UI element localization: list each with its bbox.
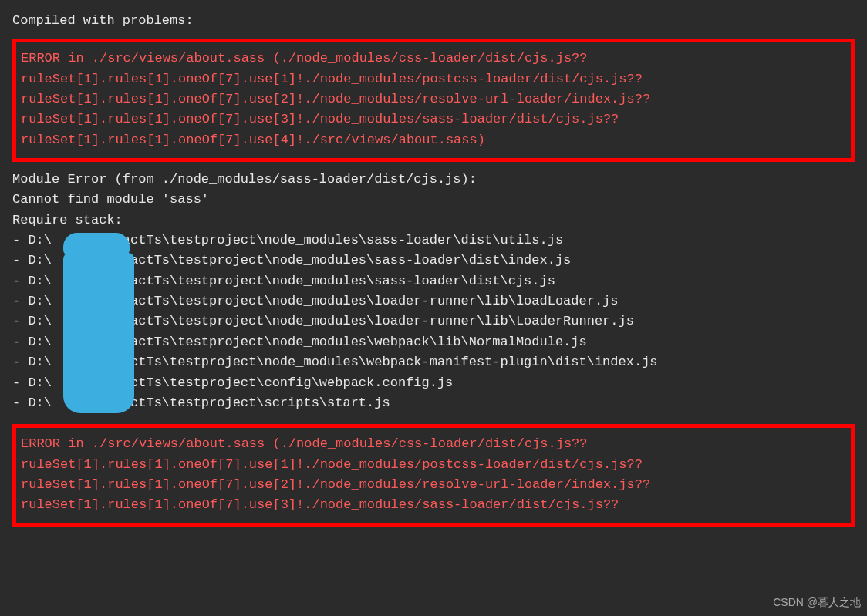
stack-line: - D:\ \ReactTs\testproject\node_modules\… <box>12 311 855 332</box>
module-error-message: Cannot find module 'sass' <box>12 190 855 210</box>
compile-header: Compiled with problems: <box>12 11 855 31</box>
error-line: ruleSet[1].rules[1].oneOf[7].use[3]!./no… <box>21 495 846 515</box>
error-block-2: ERROR in ./src/views/about.sass (./node_… <box>12 424 855 527</box>
csdn-watermark: CSDN @暮人之地 <box>773 594 861 611</box>
error-line: ERROR in ./src/views/about.sass (./node_… <box>21 49 846 69</box>
stack-line: - D:\ \ReactTs\testproject\config\webpac… <box>12 373 855 393</box>
module-error-header: Module Error (from ./node_modules/sass-l… <box>12 170 855 190</box>
error-line: ruleSet[1].rules[1].oneOf[7].use[2]!./no… <box>21 89 846 109</box>
stack-line: - D:\ \ReactTs\testproject\node_modules\… <box>12 251 855 271</box>
stack-line: - D:\ \ReactTs\testproject\scripts\start… <box>12 393 855 413</box>
stack-line: - D:\ \ReactTs\testproject\node_modules\… <box>12 332 855 352</box>
stack-line: - D:\ ReactTs\testproject\node_modules\s… <box>12 231 855 251</box>
error-line: ruleSet[1].rules[1].oneOf[7].use[3]!./no… <box>21 109 846 130</box>
error-block-1: ERROR in ./src/views/about.sass (./node_… <box>12 39 855 162</box>
require-stack-header: Require stack: <box>12 210 855 231</box>
stack-line: - D:\ \ReactTs\testproject\node_modules\… <box>12 271 855 291</box>
error-line: ERROR in ./src/views/about.sass (./node_… <box>21 434 846 454</box>
stack-line: - D:\ \ReactTs\testproject\node_modules\… <box>12 352 855 372</box>
error-line: ruleSet[1].rules[1].oneOf[7].use[1]!./no… <box>21 69 846 89</box>
path-redaction <box>63 253 134 413</box>
error-line: ruleSet[1].rules[1].oneOf[7].use[1]!./no… <box>21 455 846 475</box>
stack-line: - D:\ \ReactTs\testproject\node_modules\… <box>12 291 855 311</box>
module-error-block: Module Error (from ./node_modules/sass-l… <box>12 170 855 413</box>
error-line: ruleSet[1].rules[1].oneOf[7].use[4]!./sr… <box>21 130 846 150</box>
error-line: ruleSet[1].rules[1].oneOf[7].use[2]!./no… <box>21 475 846 495</box>
